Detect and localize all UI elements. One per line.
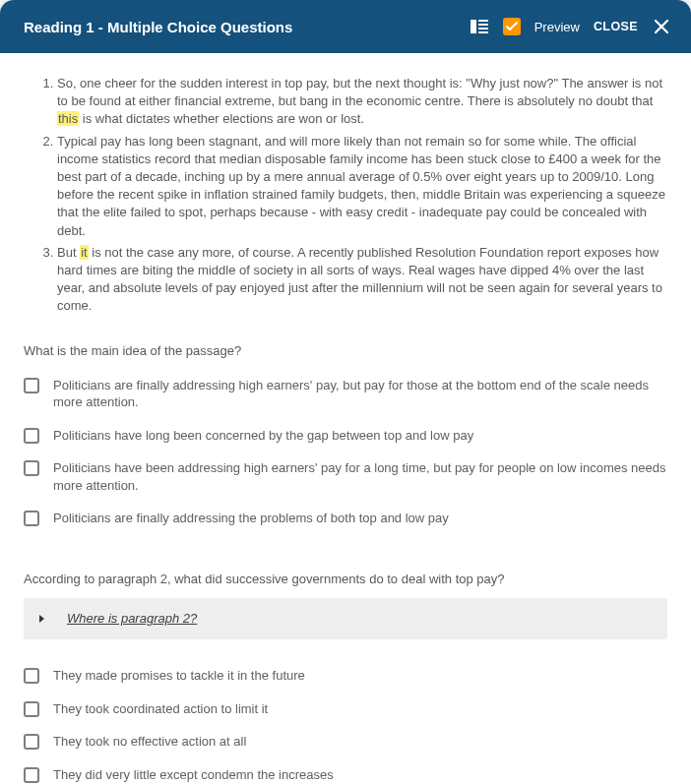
question-1-text: What is the main idea of the passage?	[24, 342, 667, 360]
preview-toggle[interactable]	[503, 18, 521, 35]
passage-para-2: Typical pay has long been stagnant, and …	[57, 133, 667, 240]
svg-rect-2	[478, 24, 488, 26]
checkbox-icon	[24, 701, 39, 717]
question-2-text: According to paragraph 2, what did succe…	[24, 571, 667, 588]
passage-para-3: But it is not the case any more, of cour…	[57, 244, 667, 316]
passage-para-1: So, one cheer for the sudden interest in…	[57, 75, 667, 129]
q1-option-d[interactable]: Politicians are finally addressing the p…	[24, 504, 667, 537]
q2-option-d[interactable]: They did very little except condemn the …	[24, 760, 667, 784]
q1-option-c[interactable]: Politicians have been addressing high ea…	[24, 453, 667, 504]
checkbox-icon	[24, 767, 39, 783]
hint-text: Where is paragraph 2?	[67, 610, 197, 628]
q1-option-a[interactable]: Politicians are finally addressing high …	[24, 371, 667, 421]
hint-expand[interactable]: Where is paragraph 2?	[24, 598, 667, 639]
option-label: They made promises to tackle it in the f…	[53, 667, 667, 685]
body: So, one cheer for the sudden interest in…	[0, 53, 691, 784]
q2-option-b[interactable]: They took coordinated action to limit it	[24, 694, 667, 728]
option-label: They took no effective action at all	[53, 733, 667, 751]
header-title: Reading 1 - Multiple Choice Questions	[24, 19, 470, 35]
checkbox-icon	[24, 734, 39, 750]
checkbox-icon	[24, 460, 39, 476]
q2-option-c[interactable]: They took no effective action at all	[24, 727, 667, 760]
question-1-options: Politicians are finally addressing high …	[24, 371, 667, 537]
highlight-it: it	[80, 245, 89, 260]
q2-option-a[interactable]: They made promises to tackle it in the f…	[24, 661, 667, 694]
passage-list: So, one cheer for the sudden interest in…	[24, 75, 667, 315]
q1-option-b[interactable]: Politicians have long been concerned by …	[24, 421, 667, 454]
option-label: They took coordinated action to limit it	[53, 700, 667, 718]
highlight-this: this	[57, 111, 79, 126]
header-bar: Reading 1 - Multiple Choice Questions Pr…	[0, 0, 691, 53]
option-label: They did very little except condemn the …	[53, 766, 667, 784]
option-label: Politicians are finally addressing the p…	[53, 510, 667, 527]
svg-rect-1	[478, 20, 488, 22]
option-label: Politicians have been addressing high ea…	[53, 459, 667, 494]
header-actions: Preview CLOSE	[470, 17, 671, 36]
checkbox-icon	[24, 378, 39, 393]
chevron-right-icon	[37, 614, 47, 624]
svg-rect-3	[478, 28, 488, 30]
checkbox-icon	[24, 668, 39, 684]
close-icon[interactable]	[652, 17, 671, 36]
option-label: Politicians have long been concerned by …	[53, 427, 667, 445]
columns-icon[interactable]	[470, 17, 489, 36]
checkbox-icon	[24, 428, 39, 444]
option-label: Politicians are finally addressing high …	[53, 377, 667, 411]
question-2-options: They made promises to tackle it in the f…	[24, 661, 667, 784]
preview-label[interactable]: Preview	[534, 20, 580, 34]
svg-rect-0	[471, 20, 476, 33]
dialog: Reading 1 - Multiple Choice Questions Pr…	[0, 0, 691, 784]
checkbox-icon	[24, 511, 39, 526]
svg-rect-4	[478, 31, 488, 33]
close-button[interactable]: CLOSE	[594, 20, 638, 33]
